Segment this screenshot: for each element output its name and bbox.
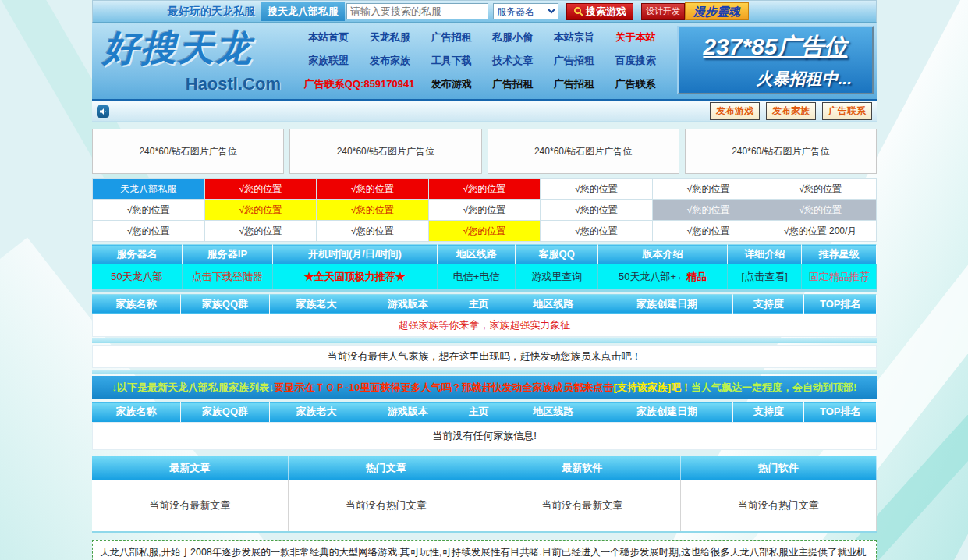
diamond-ad-slot[interactable]: 240*60/钻石图片广告位 [488,129,679,174]
search-game-button[interactable]: 搜索游戏 [566,3,633,20]
articles-empty-cell: 当前没有热门文章 [681,480,878,531]
design-dev-button[interactable]: 设计开发 [641,3,685,20]
family-col-header: 家族创建日期 [601,402,733,422]
family-col-header: 家族名称 [92,402,181,422]
site-description: 天龙八部私服,开始于2008年逐步发展的一款非常经典的大型网络游戏.其可玩性,可… [92,540,877,560]
position-ad-cell[interactable]: √您的位置 [541,200,653,221]
position-ad-cell[interactable]: √您的位置 [317,200,429,221]
ad-contact-button[interactable]: 广告联系 [822,102,872,120]
server-cell[interactable]: 固定精品推荐 [802,264,877,289]
nav-link[interactable]: 广告招租 [544,54,605,68]
diamond-ad-slot[interactable]: 240*60/钻石图片广告位 [685,129,877,174]
position-ad-cell[interactable]: √您的位置 [652,179,764,200]
diamond-ad-slot[interactable]: 240*60/钻石图片广告位 [92,129,284,174]
server-cell[interactable]: 点击下载登陆器 [183,264,273,289]
publish-game-button[interactable]: 发布游戏 [710,102,760,120]
server-col-header: 版本介绍 [598,245,728,264]
server-type-select[interactable]: 服务器名 [493,3,558,19]
position-ad-cell[interactable]: √您的位置 [317,221,429,242]
position-ad-cell[interactable]: √您的位置 [93,200,205,221]
nav-link[interactable]: 百度搜索 [605,54,666,68]
speaker-glyph [99,108,107,115]
toolbar-buttons: 发布游戏发布家族广告联系 [704,102,872,120]
nav-link[interactable]: 发布家族 [360,54,421,68]
family-banner-segment: 当人气飙达一定程度，会自动到顶部! [691,381,856,393]
site-logo[interactable]: 好搜天龙 Haostl.Com [92,23,289,99]
brand-badge[interactable]: 漫步靈魂 [685,2,749,20]
server-list-section: 服务器名服务器IP开机时间(月/日/时间)地区线路客服QQ版本介绍详细介绍推荐星… [92,244,877,292]
family-empty-top-text: 当前没有最佳人气家族，想在这里出现吗，赶快发动您族员来点击吧！ [92,345,877,368]
position-ad-cell[interactable]: √您的位置 [541,221,653,242]
position-ad-cell[interactable]: √您的位置 [204,179,317,200]
server-cell[interactable]: 电信+电信 [437,264,516,289]
family-col-header: TOP排名 [804,402,877,422]
articles-col-header: 最新软件 [484,456,681,480]
articles-body-row: 当前没有最新文章当前没有热门文章当前没有最新文章当前没有热门文章 [92,480,877,531]
magnifier-icon [573,6,583,16]
family-col-header: 家族老大 [269,402,363,422]
ad-banner-size: 237*85广告位 [703,31,847,63]
position-ad-cell[interactable]: √您的位置 [204,221,317,242]
nav-link[interactable]: 本站宗旨 [544,30,605,44]
nav-link[interactable]: 工具下载 [420,54,482,68]
ad-banner[interactable]: 237*85广告位 火暴招租中... [677,26,874,94]
position-ad-cell[interactable]: √您的位置 [428,200,541,221]
family-table-top: 家族名称家族QQ群家族老大游戏版本主页地区线路家族创建日期支持度TOP排名 [92,294,877,314]
server-cell[interactable]: 50天龙八部 [92,264,183,289]
articles-col-header: 热门文章 [289,456,485,480]
nav-link[interactable]: 天龙私服 [360,30,421,44]
nav-link[interactable]: 家族联盟 [298,54,360,68]
logo-title: 好搜天龙 [103,27,281,68]
family-list-section: 家族名称家族QQ群家族老大游戏版本主页地区线路家族创建日期支持度TOP排名 当前… [92,402,877,450]
server-search-input[interactable] [346,3,488,19]
position-ad-cell[interactable]: √您的位置 [428,221,541,242]
position-ad-cell[interactable]: √您的位置 [428,179,541,200]
nav-link[interactable]: 关于本站 [605,30,666,44]
server-cell[interactable]: ★全天固顶极力推荐★ [272,264,437,289]
server-cell[interactable]: 50天龙八部+←精品 [598,264,728,289]
search-scope-label: 搜天龙八部私服 [261,2,345,21]
sound-icon[interactable] [97,105,109,118]
nav-link[interactable]: 广告联系 [605,77,666,91]
toolbar: 发布游戏发布家族广告联系 [92,101,877,122]
articles-empty-cell: 当前没有最新文章 [484,480,681,531]
position-ad-cell[interactable]: √您的位置 [764,179,877,200]
nav-link[interactable]: 广告招租 [482,77,544,91]
nav-link[interactable]: 广告招租 [544,77,605,91]
search-game-label: 搜索游戏 [586,5,626,19]
server-cell[interactable]: 游戏里查询 [516,264,598,289]
nav-link[interactable]: 私服小偷 [482,30,544,44]
family-banner-segment: 要显示在ＴＯＰ-10里面获得更多人气吗？那就赶快发动全家族成员都来点击 [275,381,614,393]
family-col-header: 家族名称 [92,294,181,314]
articles-section: 最新文章热门文章最新软件热门软件 当前没有最新文章当前没有热门文章当前没有最新文… [92,456,877,533]
family-table-list: 家族名称家族QQ群家族老大游戏版本主页地区线路家族创建日期支持度TOP排名 [92,402,877,422]
position-ad-cell[interactable]: √您的位置 [652,221,764,242]
publish-family-button[interactable]: 发布家族 [766,102,816,120]
server-cell[interactable]: [点击查看] [727,264,802,289]
position-ad-cell[interactable]: √您的位置 [764,200,877,221]
position-ad-cell[interactable]: 天龙八部私服 [93,179,205,200]
nav-link[interactable]: 广告招租 [420,30,482,44]
nav-link[interactable]: 技术文章 [482,54,544,68]
position-ad-cell[interactable]: √您的位置 [541,179,653,200]
nav-link[interactable]: 广告联系QQ:859170941 [298,77,420,91]
diamond-ad-row: 240*60/钻石图片广告位240*60/钻石图片广告位240*60/钻石图片广… [92,129,877,174]
position-ad-cell[interactable]: √您的位置 200/月 [764,221,877,242]
main-nav: 本站首页天龙私服广告招租私服小偷本站宗旨关于本站家族联盟发布家族工具下载技术文章… [289,23,675,99]
family-col-header: 支持度 [732,402,804,422]
position-ad-cell[interactable]: √您的位置 [652,200,764,221]
nav-link[interactable]: 本站首页 [298,30,360,44]
nav-link[interactable]: 发布游戏 [420,77,482,91]
position-ad-cell[interactable]: √您的位置 [317,179,429,200]
divider-strip [92,338,877,343]
position-ad-cell[interactable]: √您的位置 [204,200,317,221]
top-search-bar: 最好玩的天龙私服 搜天龙八部私服 服务器名 搜索游戏 设计开发 漫步靈魂 [92,0,877,23]
server-col-header: 服务器IP [183,245,273,264]
articles-empty-cell: 当前没有最新文章 [92,480,289,531]
diamond-ad-slot[interactable]: 240*60/钻石图片广告位 [289,129,481,174]
divider-strip [92,370,877,374]
family-col-header: 家族QQ群 [181,294,270,314]
position-ad-cell[interactable]: √您的位置 [93,221,205,242]
family-col-header: 家族QQ群 [181,402,270,422]
position-ad-table: 天龙八部私服√您的位置√您的位置√您的位置√您的位置√您的位置√您的位置√您的位… [92,178,877,242]
